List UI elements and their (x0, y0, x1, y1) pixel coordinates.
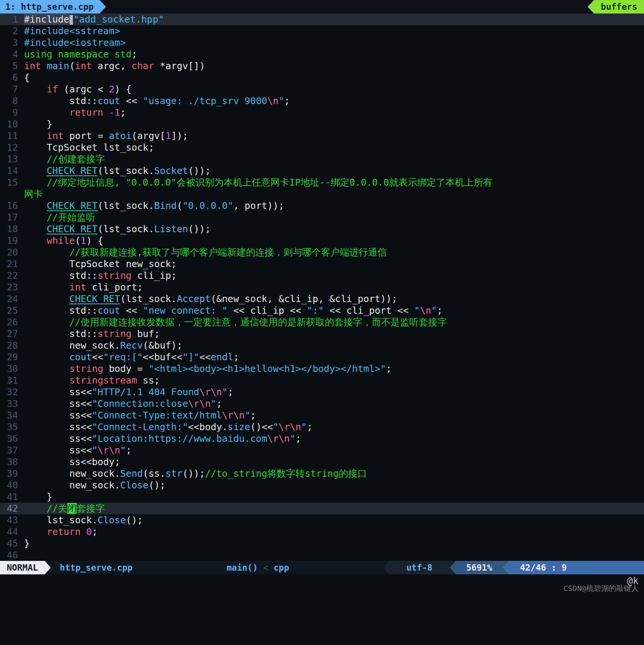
code-text: int main(int argc, char *argv[]) (24, 60, 205, 72)
line-number: 11 (0, 130, 24, 142)
code-text: new_sock.Recv(&buf); (24, 340, 182, 351)
statusline-filename: http_serve.cpp (60, 561, 133, 574)
line-number: 28 (0, 340, 24, 351)
line-number: 2 (0, 25, 24, 37)
code-line[interactable]: 15 //绑定地址信息, "0.0.0.0"会被识别为本机上任意网卡IP地址--… (0, 177, 644, 188)
code-line[interactable]: 30 string body = "<html><body><h1>hellow… (0, 363, 644, 375)
buffers-arrow-icon (588, 0, 594, 14)
code-line[interactable]: 37 ss<<"\r\n"; (0, 444, 644, 456)
code-line[interactable]: 9 return -1; (0, 107, 644, 118)
code-line[interactable]: 19 while(1) { (0, 235, 644, 246)
code-line[interactable]: 3#include<iostream> (0, 37, 644, 48)
code-line[interactable]: 17 //开始监听 (0, 211, 644, 223)
code-line[interactable]: 41 } (0, 491, 644, 503)
code-line[interactable]: 28 new_sock.Recv(&buf); (0, 340, 644, 351)
code-line[interactable]: 26 //使用新建连接收发数据，一定要注意，通信使用的是新获取的套接字，而不是监… (0, 316, 644, 328)
code-area[interactable]: 1#include"add_socket.hpp"2#include<sstre… (0, 14, 644, 561)
code-line[interactable]: 8 std::cout << "usage: ./tcp_srv 9000\n"… (0, 95, 644, 107)
code-text: //绑定地址信息, "0.0.0.0"会被识别为本机上任意网卡IP地址--绑定0… (24, 177, 492, 188)
buffers-button[interactable]: buffers (594, 0, 644, 14)
cursor-position: 42/46 : 9 (509, 561, 644, 574)
percent-arrow-icon (450, 561, 456, 574)
code-text: //获取新建连接,获取了与哪个客户端新建的连接，则与哪个客户端进行通信 (24, 246, 387, 258)
code-text: while(1) { (24, 235, 103, 246)
code-line[interactable]: 21 TcpSocket new_sock; (0, 258, 644, 270)
code-line[interactable]: 6{ (0, 72, 644, 83)
code-line[interactable]: 45} (0, 538, 644, 549)
chevron-separator-icon: < (263, 563, 268, 572)
code-text: ss<<"Connection:close\r\n"; (24, 398, 222, 409)
code-line[interactable]: 33 ss<<"Connection:close\r\n"; (0, 398, 644, 409)
code-line[interactable]: 4using namespace std; (0, 48, 644, 60)
code-text: std::string cli_ip; (24, 270, 177, 281)
code-line[interactable]: 24 CHECK_RET(lst_sock.Accept(&new_sock, … (0, 293, 644, 305)
code-line[interactable]: 14 CHECK_RET(lst_sock.Socket()); (0, 165, 644, 177)
code-line[interactable]: 34 ss<<"Connect-Type:text/html\r\n"; (0, 409, 644, 421)
code-text: ss<<"Location:https://www.baidu.com\r\n"… (24, 433, 301, 444)
code-line[interactable]: 31 stringstream ss; (0, 375, 644, 386)
line-number: 13 (0, 153, 24, 165)
code-line[interactable]: 44 return 0; (0, 526, 644, 538)
line-number: 22 (0, 270, 24, 281)
code-line[interactable]: 5int main(int argc, char *argv[]) (0, 60, 644, 72)
code-text: //使用新建连接收发数据，一定要注意，通信使用的是新获取的套接字，而不是监听套接… (24, 316, 447, 328)
code-line[interactable]: 43 lst_sock.Close(); (0, 514, 644, 526)
code-text: { (24, 72, 30, 83)
line-number: 17 (0, 211, 24, 223)
code-line[interactable]: 7 if (argc < 2) { (0, 83, 644, 95)
line-number: 41 (0, 491, 24, 503)
line-number: 42 (0, 503, 24, 514)
code-text: //开始监听 (24, 211, 95, 223)
code-line[interactable]: 32 ss<<"HTTP/1.1 404 Found\r\n"; (0, 386, 644, 398)
code-text: } (24, 491, 52, 503)
line-number: 26 (0, 316, 24, 328)
code-text: //创建套接字 (24, 153, 105, 165)
code-line[interactable]: 40 new_sock.Close(); (0, 479, 644, 491)
line-number: 35 (0, 421, 24, 433)
code-line[interactable]: 12 TcpSocket lst_sock; (0, 142, 644, 153)
cursor-block: 闭 (67, 503, 77, 514)
code-text: #include"add_socket.hpp" (24, 14, 164, 25)
code-line[interactable]: 11 int port = atoi(argv[1]); (0, 130, 644, 142)
line-number: 8 (0, 95, 24, 107)
code-line[interactable]: 2#include<sstream> (0, 25, 644, 37)
line-number: 30 (0, 363, 24, 375)
statusline-context: main() < cpp (227, 561, 289, 574)
watermark: @k CSDN@梳碧湖的敲键人 (564, 576, 639, 592)
line-number: 7 (0, 83, 24, 95)
code-text: new_sock.Send(ss.str());//to_string将数字转s… (24, 468, 367, 479)
watermark-text: CSDN@梳碧湖的敲键人 (564, 584, 639, 592)
mode-indicator: NORMAL (0, 561, 45, 574)
code-line[interactable]: 38 ss<<body; (0, 456, 644, 468)
line-number: 3 (0, 37, 24, 48)
statusline: NORMAL http_serve.cpp main() < cpp utf-8… (0, 561, 644, 574)
code-line[interactable]: 29 cout<<"req:["<<buf<<"]"<<endl; (0, 351, 644, 363)
code-line[interactable]: 25 std::cout << "new connect: " << cli_i… (0, 305, 644, 316)
code-line[interactable]: 18 CHECK_RET(lst_sock.Listen()); (0, 223, 644, 235)
code-line[interactable]: 23 int cli_port; (0, 281, 644, 293)
code-line[interactable]: 22 std::string cli_ip; (0, 270, 644, 281)
code-text: #include<iostream> (24, 37, 126, 48)
code-text: std::cout << "usage: ./tcp_srv 9000\n"; (24, 95, 290, 107)
line-number: 34 (0, 409, 24, 421)
code-text: cout<<"req:["<<buf<<"]"<<endl; (24, 351, 239, 363)
code-line[interactable]: 16 CHECK_RET(lst_sock.Bind("0.0.0.0", po… (0, 200, 644, 211)
code-text: new_sock.Close(); (24, 479, 165, 491)
code-line[interactable]: 10 } (0, 118, 644, 130)
tab-current-buffer[interactable]: 1: http_serve.cpp (0, 0, 100, 14)
code-line[interactable]: 13 //创建套接字 (0, 153, 644, 165)
code-line[interactable]: 35 ss<<"Connect-Length:"<<body.size()<<"… (0, 421, 644, 433)
code-line[interactable]: 39 new_sock.Send(ss.str());//to_string将数… (0, 468, 644, 479)
code-text: 网卡 (24, 188, 43, 200)
line-number: 6 (0, 72, 24, 83)
code-line[interactable]: 网卡 (0, 188, 644, 200)
code-text: int port = atoi(argv[1]); (24, 130, 188, 142)
code-line[interactable]: 42 //关闭套接字 (0, 503, 644, 514)
code-line[interactable]: 20 //获取新建连接,获取了与哪个客户端新建的连接，则与哪个客户端进行通信 (0, 246, 644, 258)
code-line[interactable]: 36 ss<<"Location:https://www.baidu.com\r… (0, 433, 644, 444)
line-number: 5 (0, 60, 24, 72)
code-line[interactable]: 1#include"add_socket.hpp" (0, 14, 644, 25)
line-number: 44 (0, 526, 24, 538)
code-line[interactable]: 27 std::string buf; (0, 328, 644, 340)
code-line[interactable]: 46 (0, 549, 644, 561)
